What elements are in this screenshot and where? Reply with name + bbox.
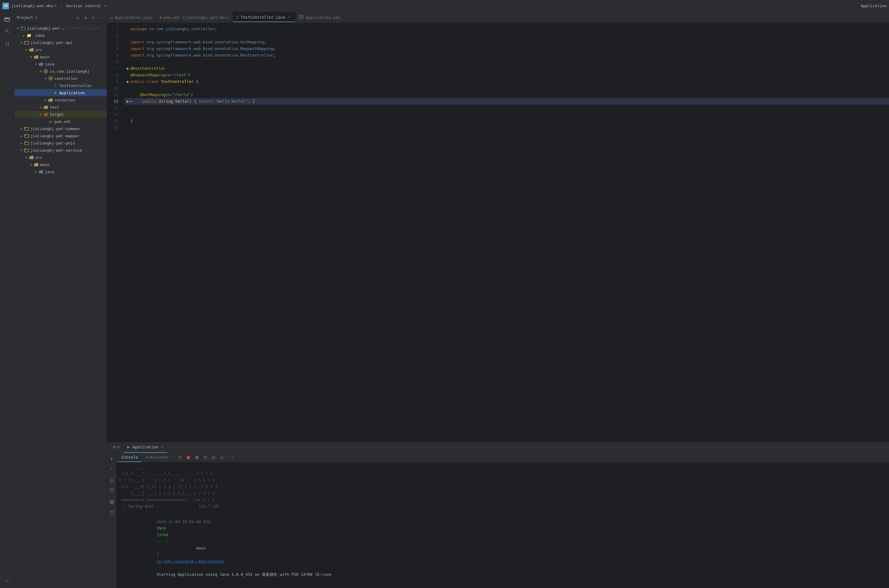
tree-item-main[interactable]: ▼ main [14, 53, 107, 60]
tree-item-src2[interactable]: ▼ src [14, 154, 107, 161]
project-panel-arrow: ▼ [36, 16, 37, 19]
tree-item-pet-mapper[interactable]: ▶ jialiangkj-pet-mapper [14, 132, 107, 140]
main-layout: ⋯ Project ▼ ◎ ⊕ ✕ − ▼ [0, 12, 889, 588]
tree-item-java-root[interactable]: ▼ java [14, 60, 107, 68]
subtab-actuator-label: Actuator [150, 455, 169, 459]
svg-rect-20 [24, 142, 26, 142]
tree-item-target[interactable]: ▶ target [14, 111, 107, 118]
console-spacer [119, 510, 887, 512]
line-numbers: 1 2 3 4 5 6 7 8 9 10 11 12 13 14 15 16 [107, 23, 122, 441]
tree-item-package-root[interactable]: ▼ cn.com.jialiangkj [14, 68, 107, 75]
tree-item-resources[interactable]: ▶ resources [14, 96, 107, 104]
tree-item-test[interactable]: ▶ test [14, 104, 107, 111]
tree-arrow-test: ▶ [38, 105, 43, 110]
tree-item-pet-api[interactable]: ▼ jialiangkj-pet-api [14, 39, 107, 46]
tab-test-controller[interactable]: C TestController.java ✕ [233, 12, 296, 23]
tree-icon-target [43, 111, 48, 117]
tab-close-test-controller[interactable]: ✕ [287, 15, 292, 20]
log-class-1[interactable]: cn.com.jialiangkj.Application [156, 559, 224, 564]
project-locate-btn[interactable]: ◎ [75, 14, 81, 21]
code-line-12: ● ▶ public String hello() { return "Hell… [124, 98, 889, 105]
line-num-9: 9 [107, 78, 122, 85]
keyword-import-3: import [130, 39, 147, 45]
gutter-7: ● [124, 65, 130, 72]
tree-icon-src2 [29, 154, 34, 160]
thread-btn[interactable] [210, 454, 217, 462]
restart-btn[interactable] [176, 454, 184, 462]
console-output[interactable]: . ____ _ __ _ _ /\\ / ___'_ __ _ _(_)_ _… [117, 462, 889, 588]
code-line-16 [124, 124, 889, 131]
keyword-class: class [147, 78, 161, 85]
tree-label-target: target [49, 112, 106, 117]
spring-boot-banner: . ____ _ __ _ _ /\\ / ___'_ __ _ _(_)_ _… [119, 464, 887, 510]
tree-arrow-java-root: ▼ [33, 62, 38, 66]
import-path-3: org.springframework.web.bind.annotation.… [147, 39, 264, 45]
tree-item-pom[interactable]: ▶ m pom.xml [14, 118, 107, 125]
tree-label-java2: java [45, 170, 106, 174]
class-name: TestController [161, 78, 196, 85]
tree-label-pet-service: jialiangkj-pet-service [30, 148, 106, 153]
bottom-tab-application[interactable]: ▶ Application ✕ [123, 442, 167, 453]
tab-label-pom-xml: pom.xml (jialiangkj-pet-dev) [163, 15, 229, 20]
tree-item-main2[interactable]: ▼ main [14, 161, 107, 168]
run-filter-icon[interactable] [108, 486, 115, 494]
tree-label-pet-common: jialiangkj-pet-common [30, 126, 106, 131]
settings-btn[interactable] [218, 454, 226, 462]
activity-vcs-icon[interactable] [2, 39, 12, 49]
vcs-selector[interactable]: Version control ▼ [66, 4, 106, 8]
tree-item-pet-pojo[interactable]: ▶ jialiangkj-pet-pojo [14, 140, 107, 147]
project-selector[interactable]: jialiangkj-pet-dev ▼ [11, 4, 57, 8]
tree-arrow-pet-api: ▼ [19, 40, 24, 45]
more-btn[interactable]: ⋮ [229, 454, 236, 462]
tree-item-java2[interactable]: ▶ java [14, 168, 107, 175]
tree-item-pet-service[interactable]: ▼ jialiangkj-pet-service [14, 147, 107, 154]
activity-more-icon[interactable]: ⋯ [2, 576, 12, 586]
tree-item-application[interactable]: ▶ A Application [14, 89, 107, 96]
line-num-1: 1 [107, 26, 122, 32]
gutter-4 [124, 45, 130, 52]
string-hello-world: "Hello World!" [215, 98, 248, 105]
tree-item-root[interactable]: ▼ jialiangkj-pet-dev E:\sourceTree\git..… [14, 24, 107, 32]
code-editor[interactable]: 1 2 3 4 5 6 7 8 9 10 11 12 13 14 15 16 [107, 23, 889, 441]
tab-application-java[interactable]: ☕ Application.java [107, 12, 156, 23]
tree-arrow-idea: ▶ [21, 33, 26, 38]
subtab-actuator[interactable]: ⚙ Actuator [143, 453, 172, 462]
suspend-btn[interactable] [193, 454, 201, 462]
tree-item-pet-common[interactable]: ▶ jialiangkj-pet-common [14, 125, 107, 132]
project-close-btn[interactable]: ✕ [90, 14, 97, 21]
run-trash-icon[interactable] [108, 509, 115, 516]
project-minimize-btn[interactable]: − [98, 14, 104, 21]
svg-point-6 [8, 42, 9, 44]
string-test: "/test" [172, 72, 188, 78]
activity-project-icon[interactable] [2, 14, 12, 24]
activity-find-icon[interactable] [2, 26, 12, 36]
tree-item-controller[interactable]: ▼ controller [14, 75, 107, 82]
bottom-tab-run[interactable]: Run [109, 442, 123, 453]
tree-icon-resources [48, 97, 53, 103]
tab-pom-xml[interactable]: m pom.xml (jialiangkj-pet-dev) [156, 12, 233, 23]
tree-icon-pet-mapper [24, 133, 29, 138]
bottom-tab-close[interactable]: ✕ [161, 445, 163, 449]
tree-item-test-controller[interactable]: ▶ C TestController [14, 82, 107, 89]
keyword-public-9: public [130, 78, 147, 85]
svg-rect-16 [24, 128, 26, 128]
tree-arrow-resources: ▶ [43, 98, 48, 102]
project-panel-header: Project ▼ ◎ ⊕ ✕ − [14, 12, 107, 23]
run-soft-wrap-icon[interactable] [108, 477, 115, 484]
tab-icon-application-java: ☕ [111, 15, 113, 20]
subtab-console[interactable]: Console [118, 453, 141, 462]
tab-application-yml[interactable]: application.yml [295, 12, 344, 23]
activity-bar: ⋯ [0, 12, 14, 588]
stop-btn[interactable] [184, 454, 192, 462]
keyword-public-12: public [143, 98, 159, 105]
tree-item-idea[interactable]: ▶ 📁 .idea [14, 32, 107, 39]
tree-icon-test-controller: C [52, 83, 58, 88]
line-num-8: 8 [107, 72, 122, 78]
run-scroll-top-icon[interactable]: ↑ [108, 455, 115, 462]
run-print-icon[interactable] [108, 498, 115, 506]
tree-item-src[interactable]: ▼ src [14, 46, 107, 53]
tree-label-main2: main [40, 162, 106, 167]
run-scroll-bottom-icon[interactable]: ↓ [108, 465, 115, 472]
project-expand-btn[interactable]: ⊕ [82, 14, 89, 21]
camera-btn[interactable] [201, 454, 209, 462]
